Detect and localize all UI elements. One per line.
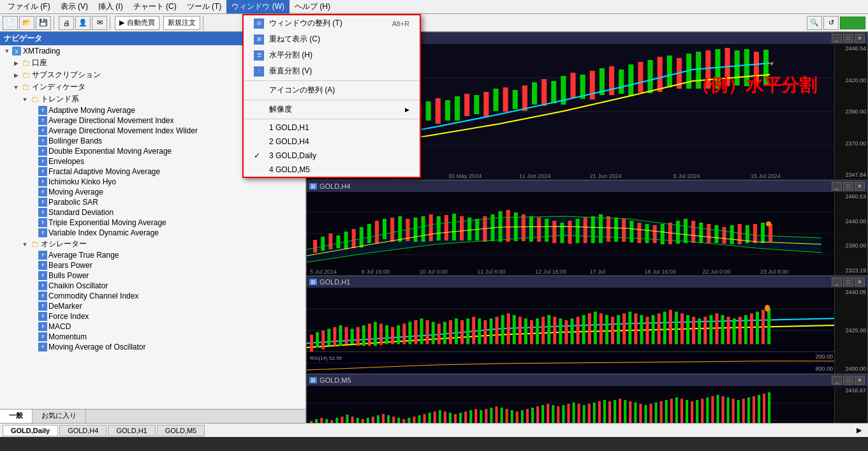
tile-h-icon: ☰	[254, 50, 264, 61]
tree-item-mao[interactable]: f Moving Average of Oscillator	[0, 342, 305, 352]
tree-item-force[interactable]: f Force Index	[0, 311, 305, 322]
toolbar-new[interactable]: 📄	[3, 16, 18, 30]
svg-rect-198	[645, 317, 649, 344]
chart-daily-maximize[interactable]: □	[843, 34, 853, 43]
tab-gold-m5[interactable]: GOLD,M5	[157, 425, 205, 436]
dropdown-cascade[interactable]: ⊞ 重ねて表示 (C)	[244, 31, 420, 47]
tree-item-cci[interactable]: f Commodity Channel Index	[0, 291, 305, 301]
svg-rect-215	[744, 315, 747, 344]
expand-indicators[interactable]: ▼	[11, 83, 20, 92]
tab-gold-h1[interactable]: GOLD,H1	[108, 425, 155, 436]
chart-h4-body: 5 Jul 2024 8 Jul 16:00 10 Jul 0:00 11 Ju…	[307, 192, 867, 275]
chart-h4-minimize[interactable]: _	[832, 182, 842, 191]
chart-m5-maximize[interactable]: □	[843, 376, 853, 385]
chart-daily-minimize[interactable]: _	[832, 34, 842, 43]
tree-item-psar[interactable]: f Parabolic SAR	[0, 197, 305, 207]
svg-rect-158	[414, 320, 417, 344]
svg-rect-259	[469, 410, 472, 423]
dropdown-window-2[interactable]: 2 GOLD,H4	[244, 135, 420, 149]
expand-trend[interactable]: ▼	[20, 95, 29, 104]
svg-rect-251	[429, 413, 431, 423]
menu-help[interactable]: ヘルプ (H)	[290, 0, 335, 13]
expand-accounts[interactable]: ▶	[11, 59, 20, 68]
toolbar-mail[interactable]: ✉	[92, 16, 107, 30]
chart-h4-close[interactable]: ✕	[855, 182, 865, 191]
label-atr: Average True Range	[48, 251, 119, 260]
svg-rect-108	[637, 223, 641, 243]
dropdown-tile-vertical[interactable]: ⋮ 垂直分割 (V)	[244, 63, 420, 79]
menu-window[interactable]: ウィンドウ (W)	[226, 0, 290, 13]
svg-rect-274	[547, 404, 549, 423]
svg-rect-145	[339, 325, 342, 346]
tree-item-macd[interactable]: f MACD	[0, 322, 305, 332]
tree-item-tema[interactable]: f Triple Exponential Moving Average	[0, 218, 305, 228]
sidebar-tab-general[interactable]: 一般	[0, 410, 33, 423]
svg-rect-182	[553, 317, 556, 344]
label-vidya: Variable Index Dynamic Average	[48, 228, 159, 237]
dropdown-resolution[interactable]: 解像度	[244, 101, 420, 117]
svg-rect-148	[357, 327, 360, 346]
toolbar-save[interactable]: 💾	[36, 16, 51, 30]
svg-rect-100	[576, 219, 580, 243]
chart-h1-minimize[interactable]: _	[832, 277, 842, 286]
tree-item-momentum[interactable]: f Momentum	[0, 332, 305, 342]
tab-gold-daily[interactable]: GOLD,Daily	[3, 425, 58, 436]
tree-item-ichimoku[interactable]: f Ichimoku Kinko Hyo	[0, 177, 305, 187]
new-order-button[interactable]: 新規注文	[163, 16, 200, 30]
expand-xmtrading[interactable]: ▼	[3, 47, 11, 55]
tree-item-vidya[interactable]: f Variable Index Dynamic Average	[0, 228, 305, 238]
svg-rect-218	[761, 310, 765, 344]
svg-rect-106	[622, 219, 626, 242]
auto-trade-button[interactable]: ▶ 自動売買	[115, 16, 159, 30]
svg-rect-21	[464, 94, 469, 116]
toolbar-open[interactable]: 📂	[19, 16, 34, 30]
svg-rect-26	[513, 90, 518, 109]
chart-m5-close[interactable]: ✕	[855, 376, 865, 385]
toolbar-print[interactable]: 🖨	[59, 16, 74, 30]
dropdown-window-3[interactable]: ✓ 3 GOLD,Daily	[244, 149, 420, 163]
svg-rect-268	[516, 411, 519, 423]
chart-h1-close[interactable]: ✕	[855, 277, 865, 286]
dropdown-tile-horizontal[interactable]: ☰ 水平分割 (H)	[244, 47, 420, 63]
label-ichimoku: Ichimoku Kinko Hyo	[48, 177, 116, 186]
svg-rect-214	[739, 317, 742, 344]
refresh-button[interactable]: ↺	[823, 16, 839, 30]
expand-oscillator[interactable]: ▼	[20, 240, 29, 249]
search-button[interactable]: 🔍	[807, 16, 822, 30]
menu-file[interactable]: ファイル (F)	[3, 0, 55, 13]
chart-h1-maximize[interactable]: □	[843, 277, 853, 286]
menu-view[interactable]: 表示 (V)	[55, 0, 93, 13]
label-cci: Commodity Channel Index	[48, 292, 138, 300]
chart-m5-minimize[interactable]: _	[832, 376, 842, 385]
tree-item-ma[interactable]: f Moving Average	[0, 187, 305, 197]
indicator-icon-stddev: f	[38, 208, 47, 217]
dropdown-window-4[interactable]: 4 GOLD,M5	[244, 163, 420, 177]
tree-item-atr[interactable]: f Average True Range	[0, 250, 305, 260]
tree-item-stddev[interactable]: f Standard Deviation	[0, 207, 305, 218]
menu-chart[interactable]: チャート (C)	[128, 0, 182, 13]
svg-rect-246	[402, 419, 405, 423]
dropdown-tile-windows[interactable]: ⊟ ウィンドウの整列 (T) Alt+R	[244, 15, 420, 31]
toolbar-user[interactable]: 👤	[75, 16, 91, 30]
indicator-icon-mao: f	[38, 343, 47, 351]
menu-tools[interactable]: ツール (T)	[182, 0, 227, 13]
sidebar-tab-favorites[interactable]: お気に入り	[33, 410, 86, 423]
svg-rect-199	[652, 315, 655, 344]
svg-rect-210	[715, 313, 718, 344]
tree-item-chaikin[interactable]: f Chaikin Oscillator	[0, 281, 305, 291]
tree-item-demarker[interactable]: f DeMarker	[0, 301, 305, 311]
tree-item-bulls[interactable]: f Bulls Power	[0, 270, 305, 281]
dropdown-window-1[interactable]: 1 GOLD,H1	[244, 121, 420, 135]
scroll-right[interactable]: ▶	[853, 426, 865, 434]
chart-h4-maximize[interactable]: □	[843, 182, 853, 191]
expand-subscriptions[interactable]: ▶	[11, 71, 20, 80]
menu-insert[interactable]: 挿入 (I)	[93, 0, 128, 13]
svg-rect-303	[696, 400, 698, 423]
dropdown-arrange-icons[interactable]: アイコンの整列 (A)	[244, 82, 420, 98]
chart-daily-close[interactable]: ✕	[855, 34, 865, 43]
tab-gold-h4[interactable]: GOLD,H4	[59, 425, 107, 436]
tree-oscillator[interactable]: ▼ 🗀 オシレーター	[0, 238, 305, 250]
label-adxw: Average Directional Movement Index Wilde…	[48, 126, 198, 135]
tree-item-bears[interactable]: f Bears Power	[0, 260, 305, 270]
svg-rect-270	[526, 409, 529, 423]
